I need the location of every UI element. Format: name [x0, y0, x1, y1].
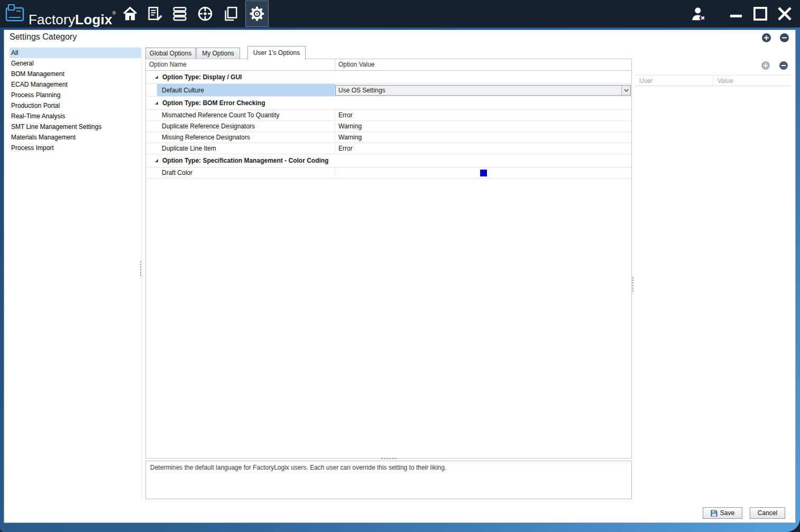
minus-icon [782, 35, 787, 40]
draft-color-swatch[interactable] [480, 170, 487, 176]
sidebar-item-real-time-analysis[interactable]: Real-Time Analysis [10, 111, 141, 122]
maximize-icon[interactable] [751, 5, 769, 23]
column-header-user[interactable]: User [635, 76, 713, 86]
documents-icon[interactable] [222, 5, 239, 22]
materials-stack-icon[interactable] [171, 5, 188, 22]
user-value-grid-header: User Value [635, 75, 791, 86]
column-header-value[interactable]: Value [713, 76, 791, 86]
option-row-default-culture[interactable]: Default Culture Use OS Settings [146, 84, 631, 97]
factorylogix-logo-icon [5, 4, 24, 24]
settings-category-list: All General BOM Management ECAD Manageme… [10, 48, 141, 153]
operations-disc-icon[interactable] [197, 5, 214, 22]
user-logoff-icon[interactable] [689, 5, 707, 23]
close-icon[interactable] [776, 5, 794, 23]
plus-icon [764, 35, 769, 40]
sidebar-item-all[interactable]: All [10, 48, 141, 58]
group-header-bom-error-checking[interactable]: Option Type: BOM Error Checking [146, 97, 631, 110]
options-table: Option Name Option Value Option Type: Di… [145, 59, 632, 459]
sidebar-item-materials-management[interactable]: Materials Management [10, 132, 141, 143]
application-window: FactoryLogix® [0, 0, 800, 532]
default-culture-dropdown[interactable]: Use OS Settings [335, 85, 631, 96]
option-description-box: Determines the default language for Fact… [145, 461, 632, 499]
sidebar-item-process-planning[interactable]: Process Planning [10, 90, 141, 100]
group-expander-icon[interactable] [154, 75, 159, 79]
option-row-mismatched-reference[interactable]: Mismatched Reference Count To Quantity E… [146, 110, 631, 121]
tab-global-options[interactable]: Global Options [145, 48, 196, 59]
horizontal-splitter-handle[interactable] [381, 458, 398, 460]
options-table-header: Option Name Option Value [146, 59, 631, 71]
npi-report-icon[interactable] [146, 5, 163, 22]
page-title: Settings Category [10, 32, 77, 42]
sidebar-item-process-import[interactable]: Process Import [10, 143, 141, 153]
option-row-draft-color[interactable]: Draft Color [146, 167, 631, 179]
settings-gear-button[interactable] [245, 1, 269, 27]
app-title: FactoryLogix® [29, 0, 116, 27]
settings-panel: Settings Category All General BOM Manage… [4, 30, 796, 523]
cancel-button[interactable]: Cancel [750, 507, 785, 519]
titlebar: FactoryLogix® [0, 0, 800, 27]
sidebar-item-ecad-management[interactable]: ECAD Management [10, 79, 141, 90]
option-row-duplicate-line-item[interactable]: Duplicate Line Item Error [146, 143, 631, 154]
remove-category-button[interactable] [780, 33, 789, 42]
left-splitter-handle[interactable] [140, 260, 142, 277]
tab-my-options[interactable]: My Options [196, 48, 240, 59]
plus-icon [764, 63, 768, 68]
remove-user-value-button[interactable] [779, 61, 788, 70]
settings-gear-icon [249, 5, 265, 22]
group-header-specification-color-coding[interactable]: Option Type: Specification Management - … [146, 154, 631, 167]
group-header-display-gui[interactable]: Option Type: Display / GUI [146, 71, 631, 84]
option-row-duplicate-reference-designators[interactable]: Duplicate Reference Designators Warning [146, 121, 631, 132]
group-expander-icon[interactable] [154, 101, 159, 105]
minus-icon [781, 63, 786, 68]
right-splitter-handle[interactable] [632, 276, 634, 293]
minimize-icon[interactable] [727, 5, 745, 23]
add-category-button[interactable] [762, 33, 771, 42]
column-header-option-value[interactable]: Option Value [335, 59, 631, 70]
options-tab-bar: Global Options My Options User 1's Optio… [145, 46, 632, 59]
save-button[interactable]: Save [703, 507, 742, 519]
column-header-option-name[interactable]: Option Name [146, 59, 335, 70]
save-floppy-icon [711, 510, 718, 517]
dropdown-selected-value: Use OS Settings [338, 87, 385, 94]
sidebar-item-bom-management[interactable]: BOM Management [10, 69, 141, 79]
group-expander-icon[interactable] [154, 158, 159, 163]
sidebar-item-smt-line-management[interactable]: SMT Line Management Settings [10, 122, 141, 132]
panel-divider [142, 48, 142, 499]
option-row-missing-reference-designators[interactable]: Missing Reference Designators Warning [146, 132, 631, 143]
sidebar-item-general[interactable]: General [10, 58, 141, 69]
option-description-text: Determines the default language for Fact… [150, 464, 446, 471]
home-icon[interactable] [122, 5, 139, 22]
sidebar-item-production-portal[interactable]: Production Portal [10, 100, 141, 111]
selected-option-name: Default Culture [157, 84, 335, 96]
add-user-value-button[interactable] [761, 61, 770, 70]
tab-user-1-options[interactable]: User 1's Options [247, 46, 306, 60]
chevron-down-icon[interactable] [621, 86, 630, 95]
